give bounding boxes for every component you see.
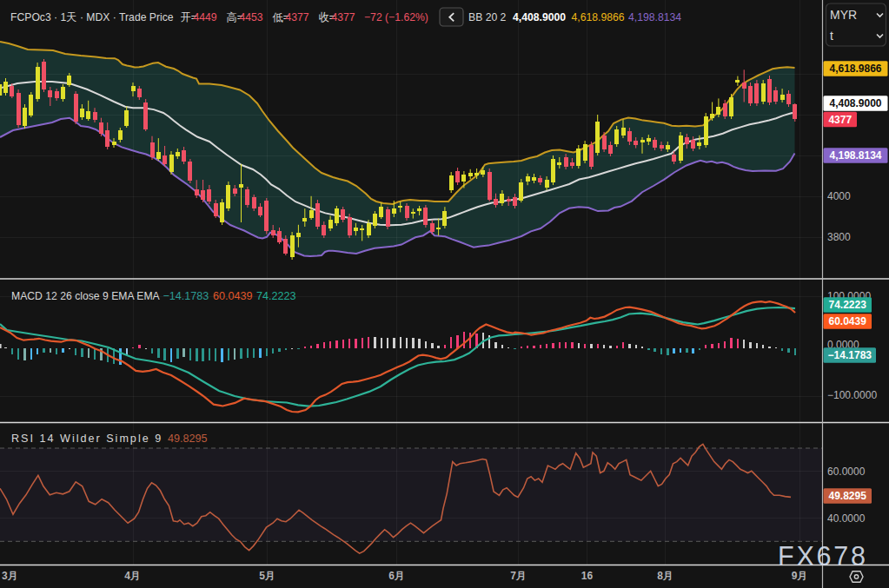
svg-text:−14.1783: −14.1783 [163, 290, 209, 302]
svg-text:74.2223: 74.2223 [256, 290, 296, 302]
svg-text:MYR: MYR [830, 8, 857, 22]
svg-text:3800: 3800 [827, 231, 851, 243]
svg-text:8月: 8月 [657, 570, 673, 582]
svg-text:4000: 4000 [827, 190, 851, 202]
svg-text:4,618.9866: 4,618.9866 [829, 63, 881, 75]
svg-text:4449: 4449 [194, 11, 217, 23]
svg-text:5月: 5月 [259, 570, 275, 582]
svg-text:74.2223: 74.2223 [829, 299, 867, 311]
svg-text:−72 (−1.62%): −72 (−1.62%) [364, 11, 428, 23]
svg-text:9月: 9月 [792, 570, 808, 582]
svg-text:6月: 6月 [388, 570, 405, 582]
svg-text:FX678: FX678 [778, 541, 868, 571]
svg-text:4,198.8134: 4,198.8134 [628, 11, 681, 23]
svg-text:40.0000: 40.0000 [827, 512, 866, 525]
svg-text:60.0439: 60.0439 [829, 315, 867, 327]
svg-text:−14.1783: −14.1783 [828, 349, 872, 361]
svg-text:4453: 4453 [240, 11, 263, 23]
svg-text:RSI 14 Wilder Simple 9: RSI 14 Wilder Simple 9 [11, 433, 163, 445]
svg-text:t: t [830, 29, 833, 43]
svg-text:16: 16 [581, 570, 594, 582]
svg-text:BB 20 2: BB 20 2 [468, 11, 507, 23]
svg-text:4月: 4月 [124, 570, 141, 582]
svg-text:7月: 7月 [510, 570, 527, 582]
svg-text:4377: 4377 [332, 11, 355, 23]
svg-text:4,198.8134: 4,198.8134 [829, 149, 881, 162]
svg-text:4377: 4377 [828, 114, 852, 126]
svg-text:4,618.9866: 4,618.9866 [572, 11, 625, 23]
svg-text:4377: 4377 [286, 11, 309, 23]
svg-text:60.0439: 60.0439 [213, 290, 253, 302]
svg-text:49.8295: 49.8295 [168, 433, 208, 445]
svg-text:4,408.9000: 4,408.9000 [513, 11, 566, 23]
svg-text:49.8295: 49.8295 [829, 490, 867, 502]
svg-text:4,408.9000: 4,408.9000 [829, 97, 881, 109]
svg-text:FCPOc3 · 1天 · MDX · Trade Pric: FCPOc3 · 1天 · MDX · Trade Price [10, 11, 174, 23]
svg-text:60.0000: 60.0000 [827, 466, 866, 478]
svg-text:3月: 3月 [2, 570, 18, 582]
svg-text:−100.0000: −100.0000 [827, 389, 877, 401]
svg-text:MACD 12 26 close 9 EMA EMA: MACD 12 26 close 9 EMA EMA [11, 290, 161, 302]
